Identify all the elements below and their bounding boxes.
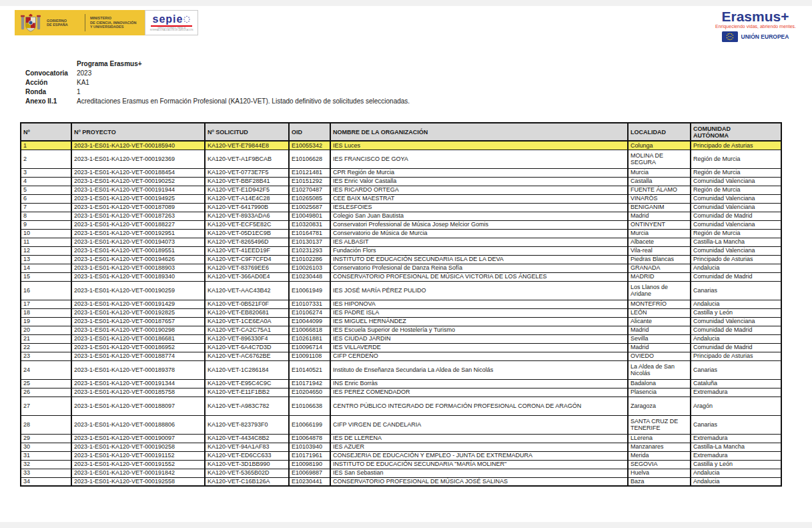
table-cell: IES RICARDO ORTEGA xyxy=(330,186,628,194)
table-cell: KA120-VET-ED6CC633 xyxy=(205,451,289,460)
table-cell: Madrid xyxy=(628,212,691,220)
table-cell: 2023-1-ES01-KA120-VET-000189340 xyxy=(71,272,205,281)
table-cell: CENTRO PÚBLICO INTEGRADO DE FORMACIÓN PR… xyxy=(330,397,628,415)
table-cell: KA120-VET-AAC43B42 xyxy=(205,281,289,300)
table-cell: Canarias xyxy=(691,415,781,434)
table-cell: Baza xyxy=(628,477,691,486)
table-cell: IES MIGUEL HERNÁNDEZ xyxy=(330,317,628,326)
table-cell: Comunidad Valenciana xyxy=(691,203,781,212)
table-cell: Madrid xyxy=(628,343,691,352)
table-cell: 23 xyxy=(21,352,71,360)
table-cell: E10261881 xyxy=(289,334,330,343)
table-cell: 17 xyxy=(21,300,71,308)
table-cell: IES VILLAVERDE xyxy=(330,343,628,352)
table-cell: CONSEJERIA DE EDUCACIÓN Y EMPLEO - JUNTA… xyxy=(330,451,628,460)
table-row: 212023-1-ES01-KA120-VET-000186681KA120-V… xyxy=(21,334,781,343)
sepie-wordmark: sepie xyxy=(153,14,183,25)
table-cell: SANTA CRUZ DE TENERIFE xyxy=(628,415,691,434)
table-cell: 9 xyxy=(21,220,71,229)
sepie-stars-icon xyxy=(183,15,190,23)
table-row: 172023-1-ES01-KA120-VET-000191429KA120-V… xyxy=(21,300,781,308)
table-row: 92023-1-ES01-KA120-VET-000188227KA120-VE… xyxy=(21,220,781,229)
table-cell: E10130137 xyxy=(289,238,330,246)
gobierno-espana-logo: GOBIERNO DE ESPAÑA MINISTERIO DE CIENCIA… xyxy=(15,10,198,35)
table-cell: E10103940 xyxy=(289,443,330,451)
table-cell: 20 xyxy=(21,326,71,334)
table-cell: KA120-VET-EB820681 xyxy=(205,308,289,317)
table-cell: Albacete xyxy=(628,238,691,246)
table-cell: Castilla-La Mancha xyxy=(691,443,781,451)
table-cell: KA120-VET-05D1EC9B xyxy=(205,229,289,238)
gobierno-label: GOBIERNO DE ESPAÑA xyxy=(47,19,80,27)
table-row: 32023-1-ES01-KA120-VET-000188454KA120-VE… xyxy=(21,168,781,177)
table-cell: 2023-1-ES01-KA120-VET-000188806 xyxy=(71,415,205,434)
table-cell: KA120-VET-3D1BB990 xyxy=(205,460,289,469)
table-cell: KA120-VET-83769EE6 xyxy=(205,264,289,272)
table-cell: Castilla y León xyxy=(691,308,781,317)
table-cell: KA120-VET-E11F1BB2 xyxy=(205,388,289,397)
table-cell: KA120-VET-8933ADA6 xyxy=(205,212,289,220)
table-cell: Andalucia xyxy=(691,477,781,486)
meta-row-programa: Programa Erasmus+ xyxy=(25,59,410,69)
sepie-logo: sepie SERVICIO ESPAÑOL PARA LA INTERNACI… xyxy=(145,10,198,35)
table-cell: IES Escuela Superior de Hostelería y Tur… xyxy=(330,326,628,334)
table-cell: 31 xyxy=(21,451,71,460)
table-cell: 14 xyxy=(21,264,71,272)
table-cell: KA120-VET-BBF28B41 xyxy=(205,177,289,186)
table-cell: KA120-VET-5365B02D xyxy=(205,469,289,477)
table-cell: IES Luces xyxy=(330,141,628,150)
table-cell: 2023-1-ES01-KA120-VET-000190252 xyxy=(71,177,205,186)
table-cell: 22 xyxy=(21,343,71,352)
erasmus-title: Erasmus+ xyxy=(715,9,795,23)
results-table: NºNº PROYECTONº SOLICITUDOIDNOMBRE DE LA… xyxy=(20,122,782,487)
table-cell: 25 xyxy=(21,379,71,388)
table-cell: Andalucia xyxy=(691,469,781,477)
table-cell: KA120-VET-1C286184 xyxy=(205,360,289,379)
column-header: OID xyxy=(289,123,330,141)
table-cell: 32 xyxy=(21,460,71,469)
table-cell: KA120-VET-1CE6EA0A xyxy=(205,317,289,326)
table-row: 282023-1-ES01-KA120-VET-000188806KA120-V… xyxy=(21,415,781,434)
table-cell: Badalona xyxy=(628,379,691,388)
table-cell: 4 xyxy=(21,177,71,186)
table-cell: 10 xyxy=(21,229,71,238)
table-cell: KA120-VET-8265496D xyxy=(205,238,289,246)
table-cell: Comunidad Valenciana xyxy=(691,220,781,229)
table-cell: IES PADRE ISLA xyxy=(330,308,628,317)
table-cell: INSTITUTO DE EDUCACIÓN SECUNDARIA ISLA D… xyxy=(330,255,628,264)
table-cell: Conservatorio de Música de Murcia xyxy=(330,229,628,238)
table-cell: 11 xyxy=(21,238,71,246)
table-row: 132023-1-ES01-KA120-VET-000194626KA120-V… xyxy=(21,255,781,264)
table-cell: KA120-VET-CA2C75A1 xyxy=(205,326,289,334)
table-cell: 30 xyxy=(21,443,71,451)
table-cell: Zaragoza xyxy=(628,397,691,415)
table-row: 222023-1-ES01-KA120-VET-000186952KA120-V… xyxy=(21,343,781,352)
table-cell: Fundación Flors xyxy=(330,246,628,255)
table-cell: 5 xyxy=(21,186,71,194)
table-cell: KA120-VET-E1D942F5 xyxy=(205,186,289,194)
table-row: 302023-1-ES01-KA120-VET-000190258KA120-V… xyxy=(21,443,781,451)
table-cell: MADRID xyxy=(628,272,691,281)
table-cell: 2023-1-ES01-KA120-VET-000189378 xyxy=(71,360,205,379)
table-cell: 2023-1-ES01-KA120-VET-000191552 xyxy=(71,460,205,469)
table-cell: IES JOSÉ MARÍA PÉREZ PULIDO xyxy=(330,281,628,300)
table-cell: Región de Murcia xyxy=(691,186,781,194)
table-cell: E10265085 xyxy=(289,194,330,203)
table-cell: Castilla-La Mancha xyxy=(691,238,781,246)
table-cell: Región de Murcia xyxy=(691,229,781,238)
table-cell: CONSERVATORIO PROFESIONAL DE MÚSICA VICT… xyxy=(330,272,628,281)
table-cell: Conservatorio Profesional de Danza Reina… xyxy=(330,264,628,272)
table-cell: CIFP VIRGEN DE CANDELARIA xyxy=(330,415,628,434)
table-cell: KA120-VET-E79844E8 xyxy=(205,141,289,150)
meta-row-convocatoria: Convocatoria 2023 xyxy=(25,69,410,78)
table-cell: E10270487 xyxy=(289,186,330,194)
table-cell: 2023-1-ES01-KA120-VET-000191429 xyxy=(71,300,205,308)
table-cell: ONTINYENT xyxy=(628,220,691,229)
table-cell: E10107331 xyxy=(289,300,330,308)
column-header: Nº SOLICITUD xyxy=(205,123,289,141)
table-cell: 2023-1-ES01-KA120-VET-000192369 xyxy=(71,150,205,168)
sepie-subtitle: SERVICIO ESPAÑOL PARA LA INTERNACIONALIZ… xyxy=(150,27,193,29)
eu-flag-icon xyxy=(722,31,738,42)
table-row: 292023-1-ES01-KA120-VET-000190097KA120-V… xyxy=(21,434,781,443)
table-cell: IES HIPONOVA xyxy=(330,300,628,308)
